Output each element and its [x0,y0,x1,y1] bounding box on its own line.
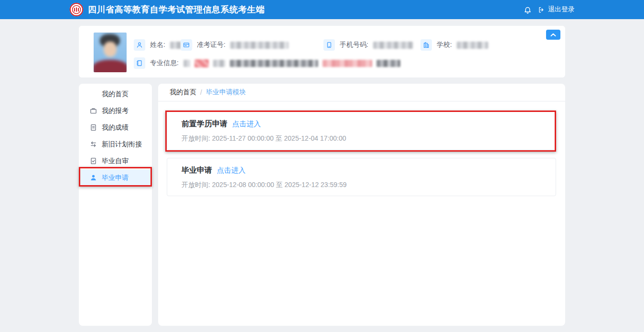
person-icon [89,174,97,182]
app-title: 四川省高等教育自学考试管理信息系统考生端 [88,4,265,15]
breadcrumb: 我的首页 / 毕业申请模块 [158,84,565,101]
card-graduation-application: 毕业申请 点击进入 开放时间: 2025-12-08 00:00:00 至 20… [167,158,556,196]
swap-arrows-icon [89,141,97,148]
sidebar-item-label: 我的报考 [102,107,129,115]
open-time: 开放时间: 2025-11-27 00:00:00 至 2025-12-04 1… [182,134,541,143]
sidebar-item-registration[interactable]: 我的报考 [79,102,152,119]
briefcase-icon [89,107,97,115]
field-school: 学校: [420,39,488,51]
document-icon [89,124,97,132]
main-panel: 我的首页 / 毕业申请模块 前置学历申请 点击进入 开放时间: 2025-11-… [158,84,565,326]
field-exam-id: 准考证号: [181,39,289,51]
redacted-school-value [457,42,488,49]
field-phone: 手机号码: [323,39,413,51]
app-header: 四川省高等教育自学考试管理信息系统考生端 退出登录 [0,0,644,19]
notebook-icon [134,57,145,69]
seal-logo-icon [69,2,84,17]
phone-icon [323,39,335,51]
breadcrumb-separator: / [200,89,202,96]
sidebar-item-graduation-selfcheck[interactable]: 毕业自审 [79,153,152,169]
card-title: 前置学历申请 [182,119,227,129]
sidebar-item-label: 毕业申请 [102,174,129,182]
sidebar-item-label: 新旧计划衔接 [102,140,142,149]
field-major: 专业信息: [134,57,400,69]
bell-icon[interactable] [524,0,532,19]
field-school-label: 学校: [437,41,452,49]
sidebar-item-label: 我的成绩 [102,123,129,132]
sidebar-item-graduation-application[interactable]: 毕业申请 [79,169,152,186]
redacted-exam-id-value [230,42,289,49]
sidebar: 我的首页 我的报考 我的成绩 新旧计划衔接 毕业自审 [79,84,152,326]
enter-link[interactable]: 点击进入 [217,166,246,175]
sidebar-item-label: 我的首页 [102,90,129,99]
card-title: 毕业申请 [182,166,212,176]
id-card-icon [181,39,192,51]
sidebar-item-plan-transition[interactable]: 新旧计划衔接 [79,136,152,153]
sidebar-item-label: 毕业自审 [102,157,129,166]
building-icon [420,39,432,51]
field-phone-label: 手机号码: [340,41,368,49]
breadcrumb-home[interactable]: 我的首页 [170,88,196,97]
field-exam-id-label: 准考证号: [197,41,225,49]
redacted-phone-value [373,42,413,49]
field-name-label: 姓名: [150,41,165,49]
document-check-icon [89,157,97,165]
chevron-up-icon [550,33,556,37]
user-icon [134,39,145,51]
avatar [94,33,127,72]
enter-link[interactable]: 点击进入 [232,120,261,129]
profile-card: 姓名: 准考证号: 手机号码: 学校: [79,26,565,77]
sidebar-item-scores[interactable]: 我的成绩 [79,119,152,136]
logout-label: 退出登录 [548,5,575,14]
open-time: 开放时间: 2025-12-08 00:00:00 至 2025-12-12 2… [182,181,541,189]
blank-icon [89,90,97,98]
field-major-label: 专业信息: [150,59,179,67]
sidebar-item-home[interactable]: 我的首页 [79,86,152,102]
breadcrumb-current: 毕业申请模块 [206,88,246,97]
logout-button[interactable]: 退出登录 [538,0,575,19]
logout-icon [538,6,545,13]
redacted-major-values [183,59,400,67]
collapse-profile-button[interactable] [546,30,560,40]
card-prerequisite-education: 前置学历申请 点击进入 开放时间: 2025-11-27 00:00:00 至 … [167,111,556,150]
